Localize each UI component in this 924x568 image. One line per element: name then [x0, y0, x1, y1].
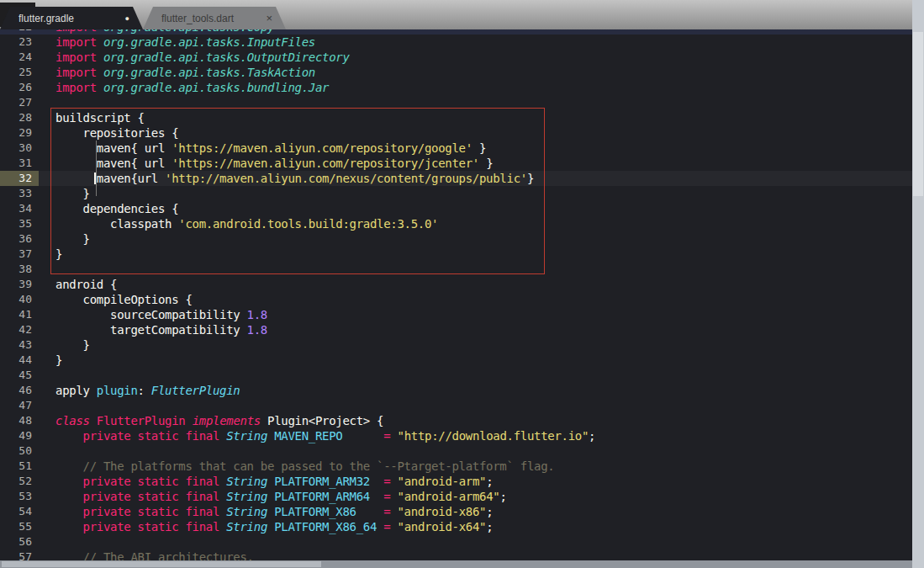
code-text[interactable]: } [39, 186, 912, 201]
line-number: 23 [0, 35, 39, 50]
code-text[interactable]: // The ABI architectures. [39, 549, 912, 560]
code-line[interactable]: 48class FlutterPlugin implements Plugin<… [0, 413, 912, 428]
code-text[interactable]: } [39, 353, 912, 368]
line-number: 35 [0, 216, 39, 231]
horizontal-scrollbar[interactable] [0, 560, 912, 568]
code-line[interactable]: 38 [0, 262, 912, 277]
code-text[interactable]: private static final String MAVEN_REPO =… [39, 428, 912, 443]
line-number: 38 [0, 262, 39, 277]
code-text[interactable]: } [39, 247, 912, 262]
line-number: 25 [0, 65, 39, 80]
code-text[interactable]: buildscript { [39, 110, 912, 125]
code-text[interactable] [39, 262, 912, 277]
tab-flutter-gradle[interactable]: flutter.gradle ● [0, 7, 143, 29]
code-text[interactable] [39, 443, 912, 459]
code-line[interactable]: 45 [0, 368, 912, 383]
code-line[interactable]: 33 } [0, 186, 912, 201]
code-line[interactable]: 37} [0, 247, 912, 262]
code-text[interactable]: maven{ url 'https://maven.aliyun.com/rep… [39, 156, 912, 171]
code-line[interactable]: 24import org.gradle.api.tasks.OutputDire… [0, 50, 912, 65]
line-number: 26 [0, 80, 39, 95]
code-text[interactable]: repositories { [39, 125, 912, 141]
code-line[interactable]: 25import org.gradle.api.tasks.TaskAction [0, 65, 912, 80]
vertical-scrollbar-thumb[interactable] [913, 32, 923, 196]
code-line[interactable]: 36 } [0, 231, 912, 247]
code-line[interactable]: 28buildscript { [0, 110, 912, 125]
code-line[interactable]: 40 compileOptions { [0, 292, 912, 307]
code-text[interactable]: } [39, 337, 912, 353]
code-line[interactable]: 52 private static final String PLATFORM_… [0, 474, 912, 489]
line-number: 44 [0, 353, 39, 368]
code-text[interactable]: private static final String PLATFORM_X86… [39, 504, 912, 519]
code-text[interactable]: classpath 'com.android.tools.build:gradl… [39, 216, 912, 231]
code-text[interactable]: compileOptions { [39, 292, 912, 307]
line-number: 33 [0, 186, 39, 201]
code-editor-window: ◀ ▶ flutter.gradle ● flutter_tools.dart … [0, 0, 924, 568]
line-number: 41 [0, 307, 39, 322]
code-text[interactable]: targetCompatibility 1.8 [39, 322, 912, 337]
code-text[interactable]: private static final String PLATFORM_ARM… [39, 489, 912, 504]
code-line[interactable]: 31 maven{ url 'https://maven.aliyun.com/… [0, 156, 912, 171]
code-line[interactable]: 43 } [0, 337, 912, 353]
code-text[interactable]: // The platforms that can be passed to t… [39, 459, 912, 474]
code-text[interactable] [39, 398, 912, 413]
code-line[interactable]: 46apply plugin: FlutterPlugin [0, 383, 912, 398]
code-text[interactable]: import org.gradle.api.tasks.bundling.Jar [39, 80, 912, 95]
code-text[interactable] [39, 95, 912, 110]
line-number: 42 [0, 322, 39, 337]
code-line[interactable]: 53 private static final String PLATFORM_… [0, 489, 912, 504]
horizontal-scrollbar-thumb[interactable] [2, 561, 321, 567]
code-text[interactable]: private static final String PLATFORM_ARM… [39, 474, 912, 489]
code-line[interactable]: 57 // The ABI architectures. [0, 549, 912, 560]
line-number: 39 [0, 277, 39, 292]
code-text[interactable] [39, 368, 912, 383]
code-text[interactable]: android { [39, 277, 912, 292]
code-text[interactable] [39, 534, 912, 549]
code-line[interactable]: 56 [0, 534, 912, 549]
modified-dot-icon: ● [125, 14, 129, 23]
line-number: 49 [0, 428, 39, 443]
code-text[interactable]: maven{url 'http://maven.aliyun.com/nexus… [39, 171, 912, 186]
code-line[interactable]: 23import org.gradle.api.tasks.InputFiles [0, 35, 912, 50]
code-line[interactable]: 55 private static final String PLATFORM_… [0, 519, 912, 534]
code-line[interactable]: 47 [0, 398, 912, 413]
code-line[interactable]: 41 sourceCompatibility 1.8 [0, 307, 912, 322]
line-number: 56 [0, 534, 39, 549]
code-text[interactable]: maven{ url 'https://maven.aliyun.com/rep… [39, 141, 912, 156]
code-text[interactable]: dependencies { [39, 201, 912, 216]
code-line[interactable]: 51 // The platforms that can be passed t… [0, 459, 912, 474]
line-number: 46 [0, 383, 39, 398]
code-line[interactable]: 32 maven{url 'http://maven.aliyun.com/ne… [0, 171, 912, 186]
line-number: 48 [0, 413, 39, 428]
code-line[interactable]: 42 targetCompatibility 1.8 [0, 322, 912, 337]
line-number: 50 [0, 443, 39, 459]
line-number: 45 [0, 368, 39, 383]
code-text[interactable]: sourceCompatibility 1.8 [39, 307, 912, 322]
tab-bar: ◀ ▶ flutter.gradle ● flutter_tools.dart … [0, 0, 912, 29]
line-number: 40 [0, 292, 39, 307]
code-line[interactable]: 49 private static final String MAVEN_REP… [0, 428, 912, 443]
code-text[interactable]: apply plugin: FlutterPlugin [39, 383, 912, 398]
code-line[interactable]: 29 repositories { [0, 125, 912, 141]
code-line[interactable]: 27 [0, 95, 912, 110]
close-tab-icon[interactable]: × [266, 12, 272, 24]
code-line[interactable]: 35 classpath 'com.android.tools.build:gr… [0, 216, 912, 231]
code-line[interactable]: 34 dependencies { [0, 201, 912, 216]
code-line[interactable]: 30 maven{ url 'https://maven.aliyun.com/… [0, 141, 912, 156]
line-number: 24 [0, 50, 39, 65]
editor-pane[interactable]: 22import org.gradle.api.tasks.Copy23impo… [0, 29, 912, 560]
code-text[interactable]: private static final String PLATFORM_X86… [39, 519, 912, 534]
code-text[interactable]: import org.gradle.api.tasks.InputFiles [39, 35, 912, 50]
vertical-scrollbar[interactable] [912, 0, 924, 568]
code-line[interactable]: 26import org.gradle.api.tasks.bundling.J… [0, 80, 912, 95]
code-line[interactable]: 54 private static final String PLATFORM_… [0, 504, 912, 519]
code-line[interactable]: 50 [0, 443, 912, 459]
code-text[interactable]: import org.gradle.api.tasks.OutputDirect… [39, 50, 912, 65]
code-line[interactable]: 39android { [0, 277, 912, 292]
line-number: 28 [0, 110, 39, 125]
code-text[interactable]: class FlutterPlugin implements Plugin<Pr… [39, 413, 912, 428]
code-text[interactable]: import org.gradle.api.tasks.TaskAction [39, 65, 912, 80]
tab-flutter-tools-dart[interactable]: flutter_tools.dart × [143, 7, 286, 29]
code-line[interactable]: 44} [0, 353, 912, 368]
code-text[interactable]: } [39, 231, 912, 247]
